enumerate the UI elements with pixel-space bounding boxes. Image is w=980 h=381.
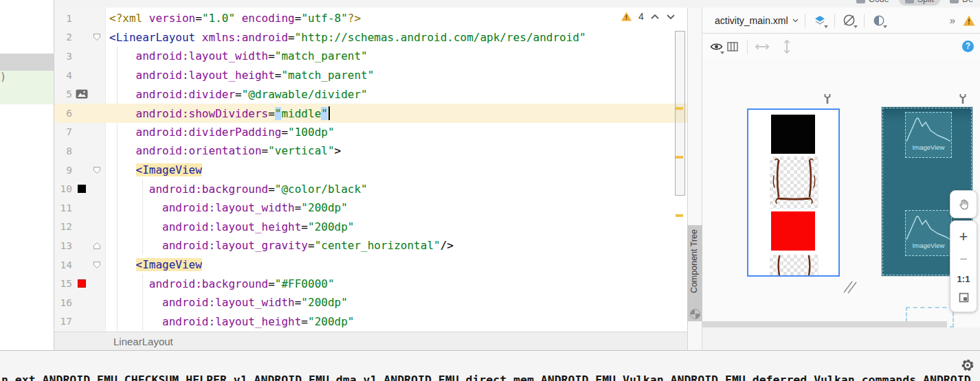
code-text[interactable]: android:background="#FF0000" xyxy=(102,277,335,290)
line-number[interactable]: 9 xyxy=(54,165,72,176)
help-button[interactable]: ? xyxy=(962,41,974,52)
code-text[interactable]: android:layout_width="match_parent" xyxy=(102,49,368,62)
fold-marker-cell[interactable] xyxy=(91,242,102,250)
line-number[interactable]: 13 xyxy=(54,240,72,251)
wrench-icon[interactable] xyxy=(823,93,832,105)
code-text[interactable]: android:divider="@drawable/divider" xyxy=(102,88,368,101)
code-line[interactable]: 14<ImageView xyxy=(54,255,687,275)
warning-icon[interactable] xyxy=(621,11,632,22)
line-number[interactable]: 14 xyxy=(54,259,72,270)
warning-stripe-mark[interactable] xyxy=(676,214,683,217)
code-editor[interactable]: 1<?xml version="1.0" encoding="utf-8"?>2… xyxy=(54,8,687,332)
code-line[interactable]: 2<LinearLayout xmlns:android="http://sch… xyxy=(54,28,687,47)
swap-height-button[interactable] xyxy=(779,38,795,55)
fold-marker-cell[interactable] xyxy=(91,166,102,174)
gear-icon[interactable] xyxy=(960,358,975,373)
divider-drawable[interactable] xyxy=(770,157,818,209)
swap-width-button[interactable] xyxy=(754,38,770,55)
split-mode-button[interactable]: Split xyxy=(899,0,940,5)
line-number[interactable]: 2 xyxy=(54,32,72,43)
surface-mode-button[interactable] xyxy=(812,12,828,29)
code-line[interactable]: 10android:background="@color/black" xyxy=(54,179,687,198)
line-number[interactable]: 6 xyxy=(54,108,72,119)
blueprint-imageview-2[interactable]: ImageView xyxy=(905,210,952,256)
code-text[interactable]: android:dividerPadding="100dp" xyxy=(102,126,335,139)
drawable-preview-icon[interactable] xyxy=(76,89,88,99)
layout-warning-icon[interactable] xyxy=(962,14,976,27)
line-number[interactable]: 1 xyxy=(54,13,72,24)
gutter-icon-cell[interactable] xyxy=(72,279,91,288)
line-number[interactable]: 11 xyxy=(54,203,72,213)
code-line[interactable]: 3android:layout_width="match_parent" xyxy=(54,47,687,66)
code-line[interactable]: 7android:dividerPadding="100dp" xyxy=(54,123,687,142)
line-number[interactable]: 4 xyxy=(54,70,72,81)
code-line[interactable]: 6android:showDividers="middle" xyxy=(54,104,687,123)
component-tree-tab[interactable]: Component Tree xyxy=(687,225,702,321)
code-text[interactable]: android:layout_width="200dp" xyxy=(102,296,348,309)
imageview-black[interactable] xyxy=(771,115,815,154)
chevron-down-icon[interactable] xyxy=(792,19,799,23)
zoom-in-button[interactable]: + xyxy=(959,229,968,244)
zoom-reset-button[interactable]: 1:1 xyxy=(957,274,970,284)
code-text[interactable]: android:layout_height="200dp" xyxy=(102,315,354,328)
warning-stripe-mark[interactable] xyxy=(676,107,683,110)
code-text[interactable]: <?xml version="1.0" encoding="utf-8"?> xyxy=(102,12,361,25)
line-number[interactable]: 7 xyxy=(54,126,72,137)
imageview-red[interactable] xyxy=(771,211,815,251)
zoom-out-button[interactable]: − xyxy=(959,252,968,266)
editor-scrollbar[interactable] xyxy=(675,31,685,196)
code-mode-button[interactable]: Code xyxy=(856,0,889,4)
prev-warning-button[interactable] xyxy=(650,14,660,20)
fold-down-icon[interactable] xyxy=(93,33,101,41)
code-line[interactable]: 15android:background="#FF0000" xyxy=(54,274,687,293)
code-line[interactable]: 16android:layout_width="200dp" xyxy=(54,293,687,312)
fold-down-icon[interactable] xyxy=(93,261,101,269)
line-number[interactable]: 16 xyxy=(54,297,72,308)
system-ui-mode-button[interactable] xyxy=(871,12,887,29)
code-line[interactable]: 4android:layout_height="match_parent" xyxy=(54,66,687,85)
code-text[interactable]: android:showDividers="middle" xyxy=(102,106,330,120)
code-lines[interactable]: 1<?xml version="1.0" encoding="utf-8"?>2… xyxy=(54,9,687,331)
fold-up-icon[interactable] xyxy=(93,242,101,250)
design-mode-button[interactable]: De xyxy=(950,0,973,4)
horizontal-scrollbar[interactable] xyxy=(702,321,947,327)
code-text[interactable]: android:layout_width="200dp" xyxy=(102,201,348,214)
line-number[interactable]: 17 xyxy=(54,316,72,327)
color-swatch-red[interactable] xyxy=(78,279,86,288)
next-warning-button[interactable] xyxy=(666,14,676,20)
design-preview-canvas[interactable] xyxy=(747,108,840,277)
code-line[interactable]: 5android:divider="@drawable/divider" xyxy=(54,84,687,104)
code-line[interactable]: 8android:orientation="vertical"> xyxy=(54,141,687,161)
code-line[interactable]: 11android:layout_width="200dp" xyxy=(54,198,687,218)
file-tab-selector[interactable]: activity_main.xml xyxy=(715,15,788,26)
code-text[interactable]: android:background="@color/black" xyxy=(102,183,368,196)
gutter-icon-cell[interactable] xyxy=(72,89,91,99)
line-number[interactable]: 15 xyxy=(54,278,72,289)
line-number[interactable]: 12 xyxy=(54,221,72,232)
code-text[interactable]: <ImageView xyxy=(102,258,202,271)
layout-variants-button[interactable] xyxy=(724,38,741,55)
code-text[interactable]: android:orientation="vertical"> xyxy=(102,144,341,157)
code-text[interactable]: android:layout_height="200dp" xyxy=(102,220,354,233)
code-line[interactable]: 13android:layout_gravity="center_horizon… xyxy=(54,236,687,255)
code-line[interactable]: 1<?xml version="1.0" encoding="utf-8"?> xyxy=(54,9,687,28)
color-swatch-black[interactable] xyxy=(78,185,86,193)
code-text[interactable]: <LinearLayout xmlns:android="http://sche… xyxy=(102,31,586,44)
fold-marker-cell[interactable] xyxy=(91,261,102,269)
fold-down-icon[interactable] xyxy=(93,166,101,174)
code-line[interactable]: 9<ImageView xyxy=(54,161,687,180)
line-number[interactable]: 5 xyxy=(54,89,72,100)
warning-stripe-mark[interactable] xyxy=(676,156,683,159)
pan-button[interactable] xyxy=(950,190,977,218)
wrench-icon[interactable] xyxy=(958,93,968,105)
night-mode-button[interactable] xyxy=(841,12,858,29)
toolbar-overflow-button[interactable]: » xyxy=(950,14,954,26)
code-text[interactable]: <ImageView xyxy=(102,163,202,176)
view-options-button[interactable] xyxy=(708,38,724,55)
line-number[interactable]: 3 xyxy=(54,51,72,62)
code-text[interactable]: android:layout_height="match_parent" xyxy=(102,69,374,82)
line-number[interactable]: 8 xyxy=(54,146,72,157)
fold-marker-cell[interactable] xyxy=(91,33,102,41)
code-line[interactable]: 12android:layout_height="200dp" xyxy=(54,218,687,237)
blueprint-imageview-1[interactable]: ImageView xyxy=(905,112,952,158)
